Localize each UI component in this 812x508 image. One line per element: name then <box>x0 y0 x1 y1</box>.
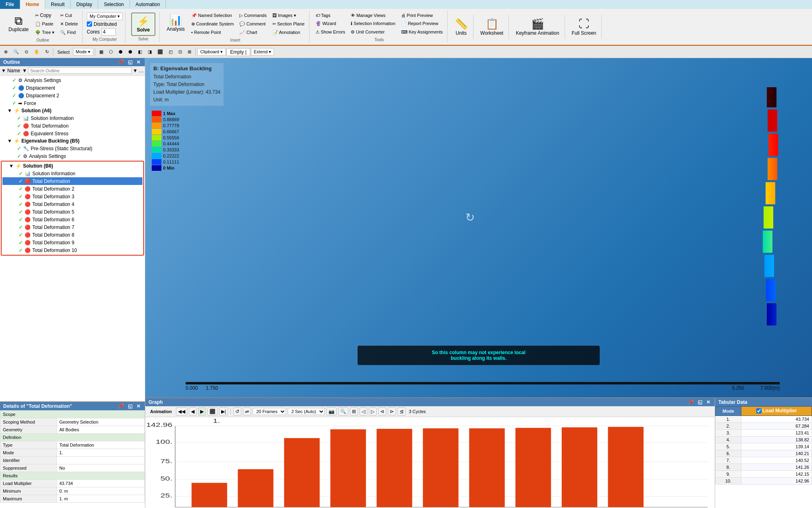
print-preview-button[interactable]: 🖨 Print Preview <box>399 12 445 19</box>
details-close-btn[interactable]: ✕ <box>135 403 142 409</box>
graph-close-btn[interactable]: ✕ <box>705 399 712 405</box>
delete-button[interactable]: ✕ Delete <box>58 20 80 28</box>
units-button[interactable]: 📏 Units <box>452 16 471 38</box>
tree-equiv-stress[interactable]: ✓ 🔴 Equivalent Stress <box>1 130 144 137</box>
rotate-btn[interactable]: ↻ <box>43 48 51 56</box>
named-selection-button[interactable]: 📌 Named Selection <box>189 12 236 19</box>
annotation-button[interactable]: 📝 Annotation <box>270 29 307 36</box>
extend-dropdown[interactable]: Extend ▾ <box>251 48 274 56</box>
outline-close-btn[interactable]: ✕ <box>135 59 142 65</box>
tab-selection[interactable]: Selection <box>98 0 130 9</box>
view-btn10[interactable]: ⊞ <box>185 48 194 56</box>
tree-solution-b6[interactable]: ▼ ⚡ Solution (B6) <box>2 162 142 170</box>
anim-pingpong-btn[interactable]: ⇌ <box>243 407 251 416</box>
unit-converter-button[interactable]: ⚙ Unit Converter <box>349 28 397 36</box>
chart-button[interactable]: 📈 Chart <box>237 29 268 36</box>
anim-nav4[interactable]: ⊳ <box>388 407 396 416</box>
tree-solution-info-b6[interactable]: ✓ 📊 Solution Information <box>2 170 142 177</box>
anim-table-btn[interactable]: ⊞ <box>350 407 358 416</box>
minimum-value[interactable]: 0. m <box>57 487 145 495</box>
analysis-button[interactable]: 📊 Analysis <box>164 12 188 36</box>
anim-stop-btn[interactable]: ⬛ <box>207 407 218 416</box>
tree-total-def-b6-selected[interactable]: ✓ 🔴 Total Deformation <box>2 177 142 185</box>
anim-nav5[interactable]: ⊴ <box>398 407 406 416</box>
view-btn9[interactable]: ⊡ <box>176 48 184 56</box>
view-btn5[interactable]: ◧ <box>136 48 144 56</box>
commands-button[interactable]: ▷ Commands <box>237 12 268 19</box>
load-mult-checkbox[interactable] <box>756 408 762 414</box>
tree-button[interactable]: 🌳 Tree ▾ <box>33 29 57 36</box>
computer-dropdown[interactable]: My Computer ▾ <box>87 13 123 20</box>
details-float-btn[interactable]: ◱ <box>127 403 134 409</box>
anim-export-btn[interactable]: 📷 <box>326 407 337 416</box>
view-btn1[interactable]: ▦ <box>97 48 106 56</box>
view-btn8[interactable]: ◰ <box>166 48 175 56</box>
type-value[interactable]: Total Deformation <box>57 441 145 449</box>
worksheet-button[interactable]: 📋 Worksheet <box>477 16 506 38</box>
coordinate-system-button[interactable]: ⊕ Coordinate System <box>189 20 236 28</box>
remote-point-button[interactable]: • Remote Point <box>189 29 236 36</box>
tree-analysis-settings[interactable]: ✓ ⚙ Analysis Settings <box>1 76 144 84</box>
tree-total-def-2[interactable]: ✓ 🔴 Total Deformation 2 <box>2 185 142 193</box>
tree-displacement2[interactable]: ✓ 🔵 Displacement 2 <box>1 92 144 99</box>
tree-total-def-4[interactable]: ✓ 🔴 Total Deformation 4 <box>2 200 142 208</box>
view-btn2[interactable]: ⬡ <box>107 48 115 56</box>
tree-analysis-settings-b5[interactable]: ✓ ⚙ Analysis Settings <box>1 152 144 160</box>
tree-displacement[interactable]: ✓ 🔵 Displacement <box>1 84 144 92</box>
tab-display[interactable]: Display <box>71 0 98 9</box>
key-assignments-button[interactable]: ⌨ Key Assignments <box>399 28 445 36</box>
tree-prestress[interactable]: ✓ 🔧 Pre-Stress (Static Structural) <box>1 145 144 152</box>
identifier-value[interactable] <box>57 457 145 464</box>
mode-dropdown[interactable]: Mode ▾ <box>73 48 94 56</box>
maximum-value[interactable]: 1. m <box>57 495 145 503</box>
tree-total-def-9[interactable]: ✓ 🔴 Total Deformation 9 <box>2 239 142 246</box>
tree-force[interactable]: ✓ ➡ Force <box>1 99 144 107</box>
cores-input[interactable] <box>101 28 116 36</box>
tree-total-def-10[interactable]: ✓ 🔴 Total Deformation 10 <box>2 246 142 254</box>
clipboard-dropdown[interactable]: Clipboard ▾ <box>197 48 226 56</box>
scoping-method-value[interactable]: Geometry Selection <box>57 418 145 426</box>
anim-play-btn[interactable]: ▶ <box>198 407 206 416</box>
zoom-btn[interactable]: 🔍 <box>11 48 21 56</box>
tree-total-def-6[interactable]: ✓ 🔴 Total Deformation 6 <box>2 216 142 223</box>
distributed-checkbox[interactable] <box>87 21 92 27</box>
cursor-btn[interactable]: ⊙ <box>22 48 31 56</box>
tab-automation[interactable]: Automation <box>130 0 166 9</box>
select-btn[interactable]: Select <box>55 48 72 56</box>
tree-total-def-5[interactable]: ✓ 🔴 Total Deformation 5 <box>2 208 142 216</box>
show-errors-button[interactable]: ⚠ Show Errors <box>314 28 347 36</box>
anim-back-btn[interactable]: ◀◀ <box>176 407 187 416</box>
anim-loop-btn[interactable]: ↺ <box>233 407 241 416</box>
section-plane-button[interactable]: ✂ Section Plane <box>270 20 307 28</box>
tree-total-def-a6[interactable]: ✓ 🔴 Total Deformation <box>1 122 144 130</box>
tree-eigenvalue-b5[interactable]: ▼ ⚡ Eigenvalue Buckling (B5) <box>1 137 144 145</box>
anim-zoom-btn[interactable]: 🔍 <box>338 407 348 416</box>
view-btn6[interactable]: ◨ <box>145 48 154 56</box>
images-button[interactable]: 🖼 Images ▾ <box>270 12 307 19</box>
find-button[interactable]: 🔍 Find <box>58 29 80 36</box>
anim-prev-btn[interactable]: ◀ <box>189 407 197 416</box>
view-btn3[interactable]: ⬢ <box>116 48 125 56</box>
tree-total-def-8[interactable]: ✓ 🔴 Total Deformation 8 <box>2 231 142 239</box>
tree-total-def-7[interactable]: ✓ 🔴 Total Deformation 7 <box>2 223 142 231</box>
speed-select[interactable]: 2 Sec (Auto) 1 Sec 4 Sec <box>288 408 325 415</box>
tree-solution-a6[interactable]: ▼ ⚡ Solution (A6) <box>1 107 144 114</box>
view-btn4[interactable]: ⬣ <box>126 48 135 56</box>
cut-button[interactable]: ✂ Cut <box>58 12 80 19</box>
graph-float-btn[interactable]: ◱ <box>697 399 703 405</box>
anim-nav1[interactable]: ◁ <box>360 407 367 416</box>
outline-float-btn[interactable]: ◱ <box>127 59 134 65</box>
mode-value[interactable]: 1. <box>57 449 145 457</box>
graph-pin-btn[interactable]: 📌 <box>686 399 695 405</box>
anim-nav3[interactable]: ⊲ <box>378 407 386 416</box>
zoom-extent-btn[interactable]: ⊕ <box>2 48 10 56</box>
report-preview-button[interactable]: 📄 Report Preview <box>399 20 445 27</box>
manage-views-button[interactable]: 👁 Manage Views <box>349 12 397 19</box>
search-input[interactable] <box>28 67 132 74</box>
anim-forward-btn[interactable]: ▶| <box>219 407 228 416</box>
comment-button[interactable]: 💬 Comment <box>237 20 268 28</box>
tab-home[interactable]: Home <box>20 0 45 9</box>
tags-button[interactable]: 🏷 Tags <box>314 12 347 19</box>
fullscreen-button[interactable]: ⛶ Full Screen <box>569 16 599 38</box>
suppressed-value[interactable]: No <box>57 464 145 472</box>
